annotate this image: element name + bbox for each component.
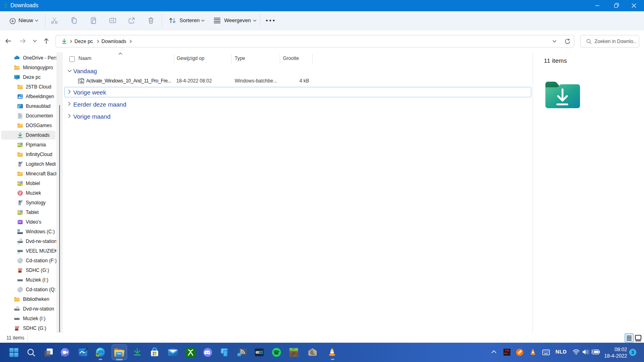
- svg-text:SD: SD: [18, 267, 23, 271]
- svg-text:SD: SD: [15, 325, 19, 329]
- svg-text:793: 793: [504, 349, 509, 352]
